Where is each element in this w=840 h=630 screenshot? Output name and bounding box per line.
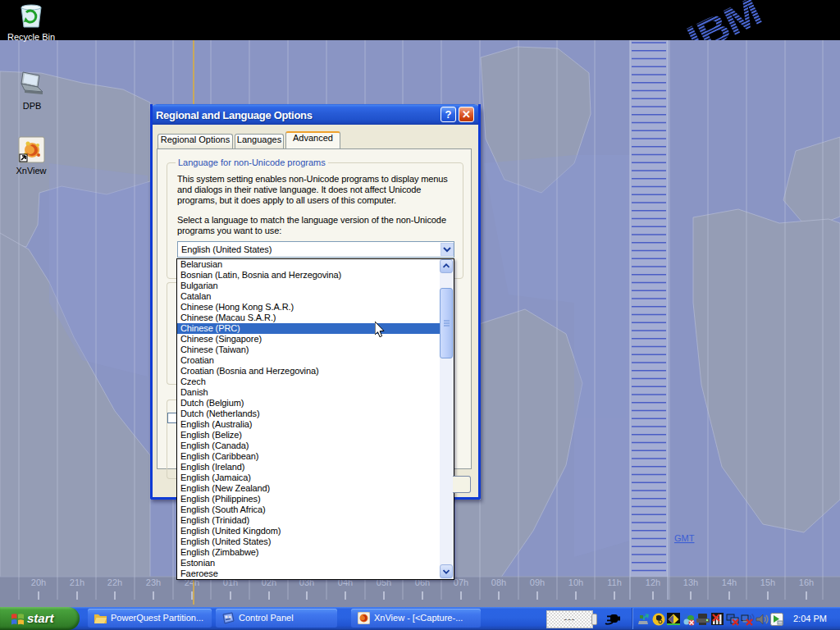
svg-text:21h: 21h <box>70 578 84 587</box>
svg-text:08h: 08h <box>491 578 506 587</box>
svg-text:IBM: IBM <box>680 0 767 40</box>
svg-text:GMT: GMT <box>674 533 695 543</box>
svg-text:23h: 23h <box>146 578 161 587</box>
svg-text:22h: 22h <box>107 578 122 587</box>
svg-text:11h: 11h <box>607 578 622 587</box>
svg-text:09h: 09h <box>530 578 545 587</box>
svg-text:16h: 16h <box>799 578 814 587</box>
svg-text:13h: 13h <box>683 578 698 587</box>
svg-text:12h: 12h <box>646 578 660 587</box>
svg-text:20h: 20h <box>31 578 46 587</box>
svg-text:14h: 14h <box>722 578 737 587</box>
svg-text:07h: 07h <box>454 578 468 587</box>
svg-text:15h: 15h <box>760 578 775 587</box>
svg-text:10h: 10h <box>568 578 583 587</box>
